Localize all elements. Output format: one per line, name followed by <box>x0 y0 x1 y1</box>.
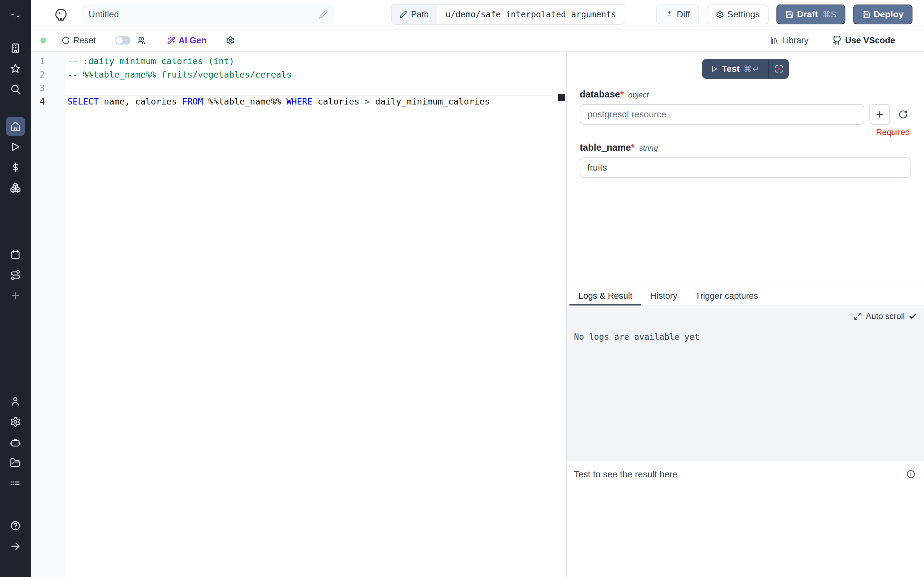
status-dot <box>40 37 46 43</box>
edit-title-pencil-icon[interactable] <box>319 10 328 19</box>
left-sidebar <box>0 0 31 577</box>
sql-operator: > <box>365 97 370 106</box>
folder-open-icon[interactable] <box>6 453 25 472</box>
info-icon[interactable] <box>906 469 916 479</box>
line-number: 2 <box>31 68 65 81</box>
windmill-logo[interactable] <box>0 0 31 31</box>
diff-icon <box>665 10 674 19</box>
sql-text: calories <box>312 97 365 106</box>
list-icon[interactable] <box>6 474 25 493</box>
code-comment: -- :daily_minimum_calories (int) <box>67 56 234 66</box>
diff-button[interactable]: Diff <box>656 5 699 24</box>
settings-label: Settings <box>727 9 760 19</box>
script-title: Untitled <box>89 9 119 19</box>
code-area[interactable]: -- :daily_minimum_calories (int) -- %%ta… <box>65 52 566 577</box>
postgresql-icon <box>53 7 69 22</box>
table-name-field-type: string <box>639 143 658 153</box>
add-resource-button[interactable] <box>869 104 890 125</box>
settings-gear-icon <box>716 10 724 19</box>
required-asterisk: * <box>631 142 635 153</box>
save-icon <box>785 10 794 19</box>
code-comment: -- %%table_name%% fruits/vegetables/cere… <box>67 69 292 79</box>
app-root: Untitled Path u/demo/safe_interpolated_a… <box>0 0 924 577</box>
overview-ruler-mark <box>558 94 565 101</box>
expand-logs-icon[interactable] <box>854 312 862 321</box>
runs-play-icon[interactable] <box>6 137 25 156</box>
code-editor[interactable]: 1 2 3 4 -- :daily_minimum_calories (int)… <box>31 52 566 577</box>
users-icon[interactable] <box>136 35 146 45</box>
route-icon[interactable] <box>6 266 25 285</box>
ai-gen-button[interactable]: AI Gen <box>167 35 207 45</box>
user-icon[interactable] <box>6 392 25 411</box>
library-button[interactable]: Library <box>770 35 809 45</box>
help-icon[interactable] <box>6 516 25 535</box>
tab-history[interactable]: History <box>641 286 686 306</box>
draft-button[interactable]: Draft ⌘S <box>776 5 845 24</box>
table-name-input[interactable] <box>580 157 911 178</box>
star-icon[interactable] <box>6 59 25 78</box>
required-asterisk: * <box>620 89 624 99</box>
calendar-icon[interactable] <box>6 245 25 264</box>
script-settings-gear-icon[interactable] <box>226 36 235 45</box>
reset-refresh-icon <box>61 36 70 45</box>
use-vscode-label: Use VScode <box>845 35 895 45</box>
test-button[interactable]: Test ⌘↵ <box>702 59 768 79</box>
database-input[interactable] <box>580 104 864 125</box>
robot-icon[interactable] <box>6 433 25 452</box>
tab-trigger-captures[interactable]: Trigger captures <box>686 286 767 306</box>
sql-text: daily_minimum_calories <box>370 97 490 106</box>
line-number-current: 4 <box>31 95 65 108</box>
path-value: u/demo/safe_interpolated_arguments <box>437 5 625 24</box>
script-title-input[interactable]: Untitled <box>81 5 335 24</box>
draft-shortcut: ⌘S <box>822 10 836 19</box>
code-current-line: SELECT name, calories FROM %%table_name%… <box>65 95 566 108</box>
result-placeholder: Test to see the result here <box>574 469 677 480</box>
test-label: Test <box>722 64 740 74</box>
diff-label: Diff <box>677 9 690 19</box>
logs-empty-message: No logs are available yet <box>574 332 917 342</box>
path-chip[interactable]: Path u/demo/safe_interpolated_arguments <box>391 4 625 25</box>
test-panel: Test ⌘↵ database* object <box>566 52 924 577</box>
library-label: Library <box>782 35 809 45</box>
library-icon <box>770 36 779 45</box>
reset-button[interactable]: Reset <box>61 35 96 45</box>
plus-icon <box>875 110 885 119</box>
save-icon <box>862 10 871 19</box>
github-icon <box>832 35 842 45</box>
sql-keyword: SELECT <box>67 97 99 106</box>
sql-keyword: WHERE <box>286 97 312 106</box>
editor-toolbar: Reset AI Gen Library <box>31 29 924 52</box>
use-vscode-button[interactable]: Use VScode <box>832 35 895 45</box>
line-number: 1 <box>31 55 65 68</box>
database-field-type: object <box>628 90 649 99</box>
dollar-icon[interactable] <box>6 158 25 177</box>
gear-icon[interactable] <box>6 412 25 432</box>
deploy-label: Deploy <box>874 9 903 19</box>
edit-path-pencil-icon <box>399 11 407 18</box>
sql-text: %%table_name%% <box>203 97 286 106</box>
boxes-icon[interactable] <box>6 178 25 197</box>
assistant-toggle[interactable] <box>115 36 131 45</box>
refresh-resources-button[interactable] <box>895 104 911 125</box>
search-icon[interactable] <box>6 79 25 99</box>
auto-scroll-checkbox[interactable] <box>909 312 917 321</box>
path-label: Path <box>411 10 429 19</box>
arguments-form: database* object R <box>567 84 924 178</box>
auto-scroll-label: Auto scroll <box>866 311 905 321</box>
building-icon[interactable] <box>6 39 25 58</box>
sql-keyword: FROM <box>182 97 203 106</box>
deploy-button[interactable]: Deploy <box>853 5 913 24</box>
play-icon <box>710 65 718 73</box>
plus-icon[interactable] <box>6 286 25 305</box>
test-shortcut: ⌘↵ <box>743 64 760 74</box>
sql-text: name, calories <box>99 97 182 106</box>
capture-button[interactable] <box>769 59 789 79</box>
result-tabs: Logs & Result History Trigger captures <box>567 285 924 306</box>
tab-logs-result[interactable]: Logs & Result <box>569 286 641 306</box>
topbar: Untitled Path u/demo/safe_interpolated_a… <box>31 0 924 29</box>
collapse-arrow-icon[interactable] <box>6 537 25 556</box>
settings-button[interactable]: Settings <box>707 5 769 24</box>
database-field-label: database* <box>580 89 624 100</box>
wand-sparkles-icon <box>167 36 176 45</box>
home-icon[interactable] <box>6 117 25 136</box>
